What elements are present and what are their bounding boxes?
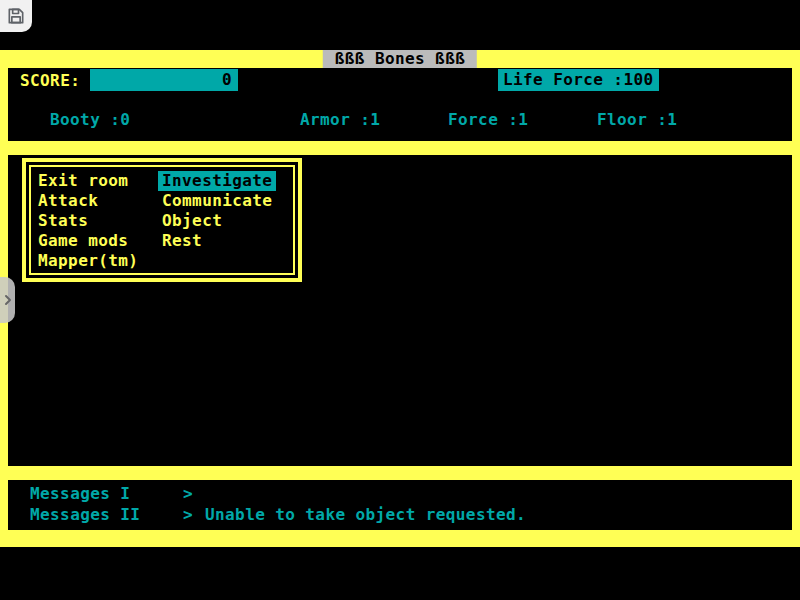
stats-panel: SCORE: 0 Life Force :100 Booty :0 Armor … [8,68,792,141]
messages-2-prompt: > [183,505,193,524]
page-title: ßßß Bones ßßß [323,50,477,68]
messages-1-label: Messages I [30,484,130,503]
menu-column-right: Investigate Communicate Object Rest [162,171,276,251]
messages-panel: Messages I > Messages II > Unable to tak… [8,480,792,530]
menu-item-exit-room[interactable]: Exit room [38,171,138,191]
chevron-right-icon [2,293,14,307]
menu-item-rest[interactable]: Rest [162,231,276,251]
score-value: 0 [222,70,232,89]
sidebar-expand-handle[interactable] [0,277,15,323]
stat-booty: Booty :0 [50,110,130,129]
stat-floor: Floor :1 [597,110,677,129]
page: { "colors": { "yellow": "#FFFF55", "teal… [0,0,800,600]
menu-item-stats[interactable]: Stats [38,211,138,231]
menu-item-mapper[interactable]: Mapper(tm) [38,251,138,271]
messages-1-prompt: > [183,484,193,503]
menu-column-left: Exit room Attack Stats Game mods Mapper(… [38,171,138,271]
messages-2-text: Unable to take object requested. [205,505,526,524]
stat-force: Force :1 [448,110,528,129]
menu-item-investigate[interactable]: Investigate [158,171,276,191]
save-icon [6,6,26,26]
main-panel: Exit room Attack Stats Game mods Mapper(… [8,155,792,466]
messages-2-label: Messages II [30,505,140,524]
life-force-badge: Life Force :100 [498,69,659,91]
action-menu: Exit room Attack Stats Game mods Mapper(… [22,158,302,282]
menu-item-object[interactable]: Object [162,211,276,231]
save-button[interactable] [0,0,32,32]
menu-item-attack[interactable]: Attack [38,191,138,211]
score-label: SCORE: [20,71,80,90]
game-screen: ßßß Bones ßßß SCORE: 0 Life Force :100 B… [0,50,800,547]
stat-armor: Armor :1 [300,110,380,129]
menu-item-communicate[interactable]: Communicate [162,191,276,211]
menu-item-game-mods[interactable]: Game mods [38,231,138,251]
score-bar: 0 [90,69,238,91]
